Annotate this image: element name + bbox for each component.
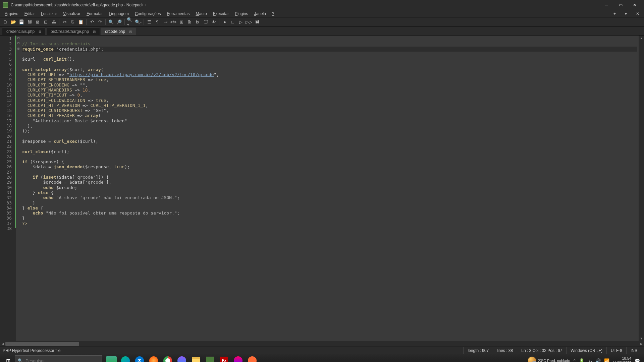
minimize-button[interactable]: ─: [600, 1, 613, 9]
start-button[interactable]: ⊞: [1, 355, 15, 362]
stop-icon[interactable]: □: [229, 19, 236, 25]
indent-icon[interactable]: ⇥: [162, 19, 169, 25]
taskbar-edge[interactable]: [119, 355, 132, 362]
window-title: C:\xampp\htdocs\reembolcash\dinheirocert…: [11, 3, 600, 7]
open-file-icon[interactable]: 📂: [10, 19, 17, 25]
status-language: PHP Hypertext Preprocessor file: [3, 347, 463, 354]
tab-pixCreateCharge.php[interactable]: pixCreateCharge.php⊠: [46, 27, 100, 35]
play-icon[interactable]: ▷: [237, 19, 244, 25]
save-all-icon[interactable]: 🖫: [26, 19, 33, 25]
map-icon[interactable]: ⊞: [178, 19, 185, 25]
monitor-icon[interactable]: 🖵: [202, 19, 209, 25]
undo-icon[interactable]: ↶: [89, 19, 95, 25]
scroll-up-icon[interactable]: ▲: [639, 36, 644, 41]
menu-editar[interactable]: Editar: [22, 11, 38, 17]
tab-qrcode.php[interactable]: qrcode.php⊠: [101, 27, 136, 35]
new-file-icon[interactable]: 🗋: [2, 19, 9, 25]
menu-janela[interactable]: Janela: [252, 11, 269, 17]
replace-icon[interactable]: 🔎: [116, 19, 122, 25]
menu-plugins[interactable]: Plugins: [232, 11, 251, 17]
function-icon[interactable]: fx: [194, 19, 201, 25]
tray-notifications-icon[interactable]: 💬: [635, 358, 640, 362]
windows-taskbar: ⊞ 🔍 ✉ Fz 23°C Pred. nublado ^ 🔋 🖧 🔊 📶 18…: [0, 354, 644, 362]
tab-close-icon[interactable]: ⊠: [39, 30, 41, 34]
taskbar-app2[interactable]: [231, 355, 245, 362]
menu-triangle-icon[interactable]: ▼: [621, 11, 631, 17]
vertical-scrollbar[interactable]: ▲ ▼: [639, 36, 644, 341]
zoom-in-icon[interactable]: 🔍+: [127, 19, 133, 25]
find-icon[interactable]: 🔍: [108, 19, 114, 25]
taskbar-weather-widget[interactable]: [105, 355, 118, 362]
menu-plus-icon[interactable]: +: [611, 11, 619, 17]
code-icon[interactable]: </>: [170, 19, 177, 25]
menu-macro[interactable]: Macro: [193, 11, 209, 17]
print-icon[interactable]: 🖶: [50, 19, 57, 25]
taskbar-mail[interactable]: ✉: [133, 355, 146, 362]
status-encoding: UTF-8: [606, 347, 626, 354]
paste-icon[interactable]: 📋: [77, 19, 84, 25]
status-eol: Windows (CR LF): [566, 347, 606, 354]
redo-icon[interactable]: ↷: [97, 19, 103, 25]
weather-widget[interactable]: 23°C Pred. nublado: [528, 357, 570, 362]
taskbar-postman[interactable]: [246, 355, 259, 362]
tray-network-icon[interactable]: 🖧: [588, 358, 592, 362]
fast-forward-icon[interactable]: ▷▷: [246, 19, 252, 25]
tray-battery-icon[interactable]: 🔋: [579, 358, 584, 362]
close-all-icon[interactable]: ⊡: [42, 19, 49, 25]
tab-close-icon[interactable]: ⊠: [93, 30, 96, 34]
save-macro-icon[interactable]: 🖬: [254, 19, 260, 25]
status-bar: PHP Hypertext Preprocessor file length :…: [0, 347, 644, 354]
code-editor[interactable]: // Inclua suas credenciaisrequire_once '…: [21, 36, 639, 341]
scroll-thumb[interactable]: [5, 342, 79, 346]
toolbar-separator: [124, 19, 125, 25]
menu-x-icon[interactable]: ✕: [633, 11, 642, 17]
eye-icon[interactable]: 👁: [210, 19, 217, 25]
maximize-button[interactable]: ▭: [614, 1, 627, 9]
taskbar-clock[interactable]: 18:54 11/09/2023: [613, 356, 631, 362]
app-icon: [3, 2, 8, 8]
copy-icon[interactable]: ⎘: [69, 19, 76, 25]
scroll-down-icon[interactable]: ▼: [639, 336, 644, 341]
toolbar-separator: [86, 19, 87, 25]
horizontal-scrollbar[interactable]: ◀ ▶: [0, 341, 644, 347]
close-file-icon[interactable]: ⊠: [34, 19, 41, 25]
taskbar-filezilla[interactable]: Fz: [217, 355, 231, 362]
tray-wifi-icon[interactable]: 📶: [604, 358, 609, 362]
doc-icon[interactable]: 🗎: [186, 19, 193, 25]
taskbar-app1[interactable]: [175, 355, 189, 362]
tray-volume-icon[interactable]: 🔊: [595, 358, 601, 362]
taskbar-firefox[interactable]: [147, 355, 160, 362]
paragraph-icon[interactable]: ¶: [154, 19, 161, 25]
menu-arquivo[interactable]: Arquivo: [2, 11, 21, 17]
wordwrap-icon[interactable]: ☰: [146, 19, 153, 25]
tab-close-icon[interactable]: ⊠: [129, 30, 132, 34]
search-icon: 🔍: [18, 358, 23, 362]
scroll-left-icon[interactable]: ◀: [0, 342, 5, 346]
menu-visualizar[interactable]: Visualizar: [60, 11, 83, 17]
menu-?[interactable]: ?: [269, 11, 277, 17]
tray-chevron-icon[interactable]: ^: [574, 358, 576, 362]
tab-credenciais.php[interactable]: credenciais.php⊠: [2, 27, 46, 35]
save-icon[interactable]: 💾: [18, 19, 25, 25]
cut-icon[interactable]: ✂: [61, 19, 68, 25]
tab-label: credenciais.php: [6, 29, 35, 34]
taskbar-explorer[interactable]: [189, 355, 203, 362]
taskbar-chrome[interactable]: [161, 355, 174, 362]
scroll-right-icon[interactable]: ▶: [639, 342, 644, 346]
taskbar-search[interactable]: 🔍: [15, 355, 102, 362]
tab-bar: credenciais.php⊠pixCreateCharge.php⊠qrco…: [0, 27, 644, 36]
menu-formatar[interactable]: Formatar: [84, 11, 106, 17]
zoom-out-icon[interactable]: 🔍-: [135, 19, 142, 25]
close-button[interactable]: ✕: [628, 1, 641, 9]
clock-date: 11/09/2023: [613, 361, 631, 362]
status-length: length : 907: [463, 347, 493, 354]
menu-ferramentas[interactable]: Ferramentas: [164, 11, 192, 17]
menu-configurações[interactable]: Configurações: [132, 11, 163, 17]
status-lines: lines : 38: [493, 347, 517, 354]
taskbar-notepadpp[interactable]: [203, 355, 217, 362]
menu-executar[interactable]: Executar: [210, 11, 231, 17]
menu-linguagem[interactable]: Linguagem: [106, 11, 131, 17]
record-icon[interactable]: ●: [221, 19, 228, 25]
menu-localizar[interactable]: Localizar: [38, 11, 60, 17]
search-input[interactable]: [25, 358, 99, 362]
